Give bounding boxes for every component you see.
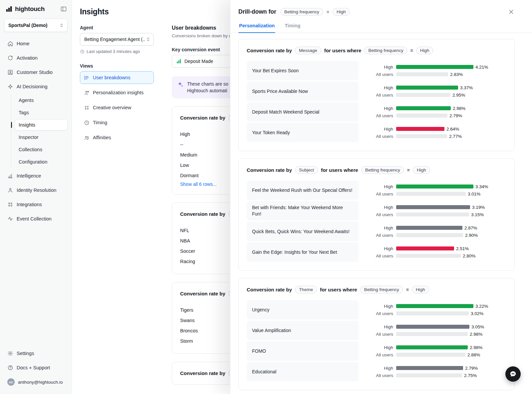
sidebar-item-customer-studio[interactable]: Customer Studio	[4, 66, 68, 79]
sidebar-item-settings[interactable]: Settings	[4, 347, 68, 360]
sidebar-item-ai-decisioning[interactable]: AI Decisioning	[4, 80, 68, 93]
all-users-label: All users	[363, 192, 393, 197]
high-label: High	[363, 65, 393, 70]
sidebar-item-label: Tags	[19, 110, 29, 115]
close-icon[interactable]	[508, 8, 515, 15]
all-users-bar	[396, 93, 450, 97]
high-bar	[396, 86, 458, 90]
sidebar-item-label: Identity Resolution	[17, 188, 56, 193]
agent-select[interactable]: Betting Engagement Agent (...	[80, 33, 154, 46]
view-item-personalization-insights[interactable]: Personalization insights	[80, 86, 154, 99]
sidebar-item-inspector[interactable]: Inspector	[15, 132, 68, 143]
all-users-value: 3.15%	[471, 212, 484, 217]
high-label: High	[363, 304, 393, 309]
workspace-selector[interactable]: SportsPal (Demo)	[4, 19, 68, 32]
group-by-badge[interactable]: Theme	[295, 286, 317, 293]
all-users-value: 3.01%	[468, 192, 480, 197]
all-users-metric-line: All users2.77%	[363, 134, 506, 139]
view-item-user-breakdowns[interactable]: User breakdowns	[80, 71, 154, 84]
variant-label: Gain the Edge: Insights for Your Next Be…	[247, 242, 359, 262]
drilldown-panel: Drill-down for Betting frequency = High …	[230, 0, 532, 394]
metric-row: Sports Price Available NowHigh3.37%All u…	[247, 82, 506, 101]
all-users-value: 2.83%	[450, 72, 463, 77]
sidebar-item-tags[interactable]: Tags	[15, 107, 68, 118]
sidebar-item-integrations[interactable]: Integrations	[4, 198, 68, 211]
drilldown-cards: Conversion rate byMessagefor users where…	[238, 39, 515, 390]
group-by-badge[interactable]: Subject	[295, 166, 318, 174]
all-users-label: All users	[363, 233, 393, 238]
sidebar-item-collections[interactable]: Collections	[15, 144, 68, 155]
sidebar-item-home[interactable]: Home	[4, 37, 68, 50]
activation-icon	[7, 55, 13, 61]
tab-timing[interactable]: Timing	[284, 22, 301, 33]
controls-column: Agent Betting Engagement Agent (... Last…	[80, 25, 172, 385]
high-bar	[396, 65, 473, 69]
metric-bars: High2.98%All users2.79%	[359, 106, 506, 118]
equals-sign: =	[407, 168, 410, 173]
all-users-value: 2.80%	[463, 253, 475, 258]
view-item-timing[interactable]: Timing	[80, 116, 154, 129]
sidebar-item-identity-resolution[interactable]: Identity Resolution	[4, 184, 68, 197]
view-item-label: Timing	[93, 120, 107, 125]
hightouch-logo-icon	[5, 5, 13, 13]
high-value: 3.19%	[472, 205, 485, 210]
agent-select-value: Betting Engagement Agent (...	[84, 37, 145, 42]
timing-icon	[84, 120, 90, 126]
high-bar	[396, 106, 451, 110]
metric-row: FOMOHigh2.98%All users2.88%	[247, 341, 506, 361]
variant-label: Educational	[247, 362, 359, 381]
filter-badge: Betting frequency	[360, 286, 403, 293]
chat-icon	[509, 370, 517, 378]
high-bar	[396, 127, 444, 131]
tab-personalization[interactable]: Personalization	[238, 22, 275, 33]
collapse-sidebar-icon[interactable]	[60, 6, 67, 12]
sidebar-item-label: Docs + Support	[17, 365, 50, 370]
all-users-metric-line: All users2.95%	[363, 93, 506, 98]
breakdown-card-title-text: Conversion rate by	[180, 211, 225, 217]
high-label: High	[363, 324, 393, 329]
account-menu[interactable]: AC anthony@hightouch.io	[4, 376, 68, 388]
high-bar	[396, 366, 463, 370]
high-metric-line: High4.21%	[363, 65, 506, 70]
sidebar-item-docs-support[interactable]: Docs + Support	[4, 361, 68, 374]
sidebar-item-label: Intelligence	[17, 173, 41, 179]
high-label: High	[363, 366, 393, 371]
drilldown-body[interactable]: Conversion rate byMessagefor users where…	[230, 33, 532, 394]
all-users-metric-line: All users2.98%	[363, 332, 506, 337]
high-label: High	[363, 246, 393, 251]
equals-sign: =	[406, 287, 409, 292]
sidebar-item-insights[interactable]: Insights	[15, 119, 68, 131]
view-item-affinities[interactable]: Affinities	[80, 131, 154, 144]
high-label: High	[363, 225, 393, 230]
chat-launcher-button[interactable]	[505, 366, 521, 382]
sidebar-item-agents[interactable]: Agents	[15, 95, 68, 106]
filter-value-badge: High	[412, 286, 429, 293]
sidebar-item-intelligence[interactable]: Intelligence	[4, 170, 68, 182]
variant-label: Feel the Weekend Rush with Our Special O…	[247, 181, 359, 200]
group-by-badge[interactable]: Message	[295, 47, 321, 54]
all-users-value: 2.88%	[467, 352, 480, 357]
all-users-metric-line: All users2.88%	[363, 352, 506, 357]
filter-badge: Betting frequency	[361, 166, 404, 174]
sidebar-item-label: Insights	[19, 122, 35, 128]
sidebar-item-label: Integrations	[17, 202, 42, 207]
equals-sign: =	[327, 9, 329, 15]
drilldown-title: Drill-down for	[238, 8, 276, 15]
last-updated: Last updated 3 minutes ago	[80, 49, 172, 54]
sidebar-item-label: Configuration	[19, 159, 47, 165]
all-users-bar	[396, 254, 461, 258]
info-line: Hightouch automati	[187, 87, 228, 94]
sidebar-item-configuration[interactable]: Configuration	[15, 156, 68, 168]
sidebar-item-label: Collections	[19, 147, 42, 152]
bar-chart-icon	[176, 59, 181, 64]
view-item-creative-overview[interactable]: Creative overview	[80, 101, 154, 114]
high-metric-line: High2.98%	[363, 345, 506, 350]
all-users-metric-line: All users3.15%	[363, 212, 506, 217]
high-bar	[396, 325, 469, 329]
sidebar-item-activation[interactable]: Activation	[4, 52, 68, 64]
avatar: AC	[7, 378, 15, 386]
all-users-metric-line: All users2.80%	[363, 253, 506, 258]
metric-bars: High3.37%All users2.95%	[359, 85, 506, 98]
metric-row: UrgencyHigh3.22%All users3.02%	[247, 300, 506, 319]
sidebar-item-event-collection[interactable]: Event Collection	[4, 212, 68, 225]
